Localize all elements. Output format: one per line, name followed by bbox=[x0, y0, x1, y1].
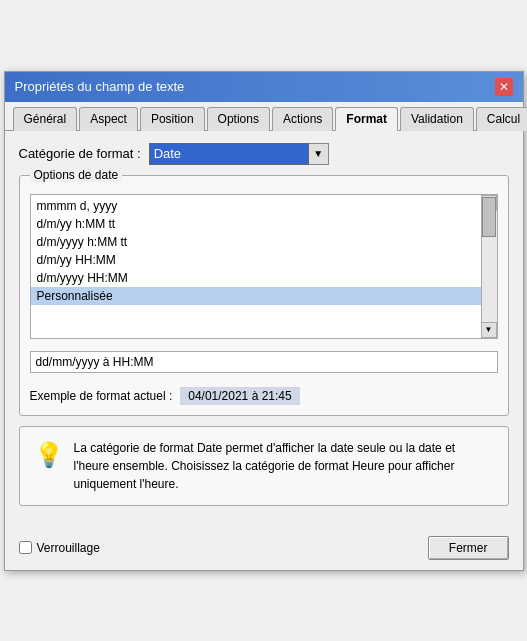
dropdown-arrow-icon[interactable]: ▼ bbox=[309, 143, 329, 165]
tab-validation[interactable]: Validation bbox=[400, 107, 474, 131]
tabs-container: Général Aspect Position Options Actions … bbox=[5, 102, 523, 131]
tab-options[interactable]: Options bbox=[207, 107, 270, 131]
date-options-group: Options de date mmmm d, yyyy d/m/yy h:MM… bbox=[19, 175, 509, 416]
category-select-wrapper: Date ▼ bbox=[149, 143, 329, 165]
example-value: 04/01/2021 à 21:45 bbox=[180, 387, 299, 405]
close-window-button[interactable]: ✕ bbox=[495, 78, 513, 96]
tab-general[interactable]: Général bbox=[13, 107, 78, 131]
tab-aspect[interactable]: Aspect bbox=[79, 107, 138, 131]
info-box: 💡 La catégorie de format Date permet d'a… bbox=[19, 426, 509, 506]
group-title: Options de date bbox=[30, 168, 123, 182]
close-button[interactable]: Fermer bbox=[428, 536, 509, 560]
bottom-bar: Verrouillage Fermer bbox=[5, 528, 523, 570]
title-bar: Propriétés du champ de texte ✕ bbox=[5, 72, 523, 102]
lock-label: Verrouillage bbox=[37, 541, 100, 555]
tab-actions[interactable]: Actions bbox=[272, 107, 333, 131]
tab-content: Catégorie de format : Date ▼ Options de … bbox=[5, 131, 523, 528]
list-item[interactable]: d/m/yy HH:MM bbox=[31, 251, 481, 269]
category-select[interactable]: Date bbox=[149, 143, 309, 165]
list-item-selected[interactable]: Personnalisée bbox=[31, 287, 481, 305]
example-row: Exemple de format actuel : 04/01/2021 à … bbox=[30, 387, 498, 405]
scrollbar-track: ▲ ▼ bbox=[481, 195, 497, 338]
bulb-icon: 💡 bbox=[34, 441, 64, 469]
list-item[interactable]: d/m/yyyy h:MM tt bbox=[31, 233, 481, 251]
tab-calcul[interactable]: Calcul bbox=[476, 107, 527, 131]
scrollbar-thumb[interactable] bbox=[482, 197, 496, 237]
title-bar-text: Propriétés du champ de texte bbox=[15, 79, 185, 94]
info-text: La catégorie de format Date permet d'aff… bbox=[74, 439, 494, 493]
tab-position[interactable]: Position bbox=[140, 107, 205, 131]
lock-checkbox-wrapper[interactable]: Verrouillage bbox=[19, 541, 100, 555]
list-item[interactable]: d/m/yy h:MM tt bbox=[31, 215, 481, 233]
list-item[interactable]: d/m/yyyy HH:MM bbox=[31, 269, 481, 287]
list-item[interactable]: mmmm d, yyyy bbox=[31, 197, 481, 215]
scroll-down-button[interactable]: ▼ bbox=[481, 322, 497, 338]
lock-checkbox[interactable] bbox=[19, 541, 32, 554]
category-row: Catégorie de format : Date ▼ bbox=[19, 143, 509, 165]
custom-format-input[interactable] bbox=[30, 351, 498, 373]
format-list-wrapper: mmmm d, yyyy d/m/yy h:MM tt d/m/yyyy h:M… bbox=[30, 194, 498, 339]
tab-format[interactable]: Format bbox=[335, 107, 398, 131]
example-label: Exemple de format actuel : bbox=[30, 389, 173, 403]
category-label: Catégorie de format : bbox=[19, 146, 141, 161]
format-listbox[interactable]: mmmm d, yyyy d/m/yy h:MM tt d/m/yyyy h:M… bbox=[31, 195, 497, 338]
dialog-window: Propriétés du champ de texte ✕ Général A… bbox=[4, 71, 524, 571]
